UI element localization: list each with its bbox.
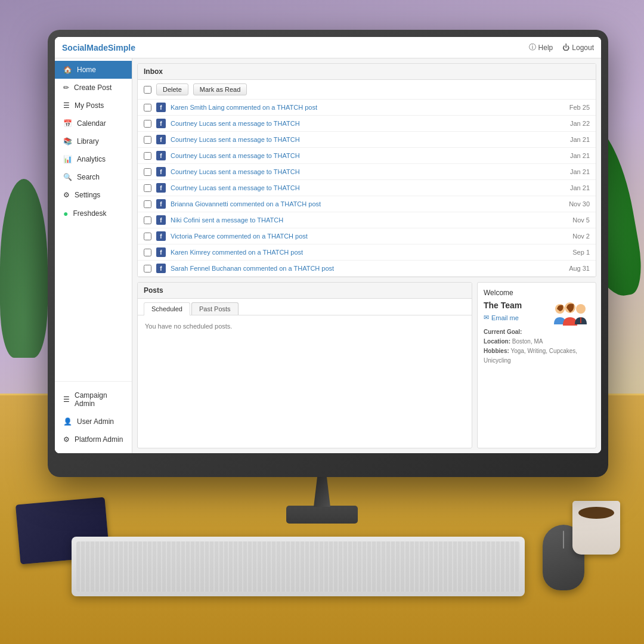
top-navigation: SocialMadeSimple ⓘ Help ⏻ Logout bbox=[55, 37, 601, 58]
sidebar-item-analytics[interactable]: 📊 Analytics bbox=[55, 150, 132, 168]
posts-header: Posts bbox=[138, 283, 472, 299]
inbox-message-date: Nov 2 bbox=[572, 233, 590, 240]
sidebar-item-library[interactable]: 📚 Library bbox=[55, 132, 132, 150]
inbox-row-checkbox[interactable] bbox=[144, 104, 151, 112]
inbox-row-checkbox[interactable] bbox=[144, 120, 151, 128]
inbox-message-link[interactable]: Karen Smith Laing commented on a THATCH … bbox=[171, 104, 565, 111]
sidebar-item-home-label: Home bbox=[77, 66, 96, 74]
plant-left bbox=[0, 179, 48, 358]
help-icon: ⓘ bbox=[529, 42, 536, 52]
inbox-message-link[interactable]: Brianna Giovannetti commented on a THATC… bbox=[171, 200, 564, 208]
sidebar-item-calendar[interactable]: 📅 Calendar bbox=[55, 114, 132, 132]
facebook-icon: f bbox=[156, 183, 166, 193]
help-link[interactable]: ⓘ Help bbox=[529, 42, 553, 52]
sidebar-item-freshdesk-label: Freshdesk bbox=[73, 209, 106, 218]
inbox-row: fKaren Smith Laing commented on a THATCH… bbox=[138, 100, 596, 116]
sidebar-item-my-posts[interactable]: ☰ My Posts bbox=[55, 97, 132, 114]
list-icon: ☰ bbox=[63, 101, 70, 110]
tab-past-posts[interactable]: Past Posts bbox=[191, 302, 239, 315]
monitor-stand bbox=[286, 477, 358, 525]
sidebar-item-user-admin-label: User Admin bbox=[77, 417, 114, 426]
sidebar-item-create-post-label: Create Post bbox=[74, 83, 112, 92]
email-me-link[interactable]: ✉ Email me bbox=[484, 314, 547, 321]
inbox-row: fKaren Kimrey commented on a THATCH post… bbox=[138, 244, 596, 261]
inbox-row-checkbox[interactable] bbox=[144, 265, 151, 273]
email-icon: ✉ bbox=[484, 314, 489, 321]
facebook-icon: f bbox=[156, 247, 166, 257]
inbox-message-link[interactable]: Courtney Lucas sent a message to THATCH bbox=[171, 120, 565, 127]
welcome-title: Welcome bbox=[484, 289, 590, 297]
inbox-row-checkbox[interactable] bbox=[144, 152, 151, 160]
team-avatar-image bbox=[551, 301, 590, 336]
inbox-row-checkbox[interactable] bbox=[144, 249, 151, 256]
sidebar-item-campaign-admin-label: Campaign Admin bbox=[75, 391, 123, 408]
help-label: Help bbox=[538, 44, 553, 52]
bottom-section: Posts Scheduled Past Posts bbox=[137, 282, 596, 448]
posts-content: You have no scheduled posts. bbox=[138, 315, 472, 337]
inbox-message-link[interactable]: Courtney Lucas sent a message to THATCH bbox=[171, 184, 565, 191]
app-container: SocialMadeSimple ⓘ Help ⏻ Logout bbox=[55, 37, 601, 453]
sidebar-item-calendar-label: Calendar bbox=[77, 119, 106, 128]
current-goal-label: Current Goal: bbox=[484, 329, 522, 335]
sidebar-item-search[interactable]: 🔍 Search bbox=[55, 168, 132, 186]
sidebar-item-home[interactable]: 🏠 Home bbox=[55, 61, 132, 79]
search-icon: 🔍 bbox=[63, 173, 72, 181]
inbox-row-checkbox[interactable] bbox=[144, 184, 151, 192]
tab-past-posts-label: Past Posts bbox=[199, 305, 231, 312]
sidebar-bottom: ☰ Campaign Admin 👤 User Admin ⚙ Platform… bbox=[55, 381, 132, 453]
facebook-icon: f bbox=[156, 151, 166, 160]
coffee-cup bbox=[572, 501, 620, 555]
sidebar-item-analytics-label: Analytics bbox=[77, 155, 106, 163]
inbox-message-link[interactable]: Sarah Fennel Buchanan commented on a THA… bbox=[171, 265, 564, 272]
inbox-message-link[interactable]: Niki Cofini sent a message to THATCH bbox=[171, 216, 568, 224]
inbox-message-link[interactable]: Courtney Lucas sent a message to THATCH bbox=[171, 136, 565, 143]
inbox-message-date: Feb 25 bbox=[569, 104, 590, 111]
inbox-row-checkbox[interactable] bbox=[144, 200, 151, 208]
inbox-message-link[interactable]: Karen Kimrey commented on a THATCH post bbox=[171, 249, 568, 256]
inbox-message-date: Jan 22 bbox=[570, 120, 590, 127]
inbox-row-checkbox[interactable] bbox=[144, 216, 151, 224]
inbox-row-checkbox[interactable] bbox=[144, 168, 151, 176]
inbox-toolbar: Delete Mark as Read bbox=[138, 80, 596, 100]
monitor-bezel: SocialMadeSimple ⓘ Help ⏻ Logout bbox=[48, 30, 608, 477]
location-label: Location: bbox=[484, 338, 510, 345]
select-all-checkbox[interactable] bbox=[144, 86, 151, 94]
facebook-icon: f bbox=[156, 231, 166, 241]
sidebar-item-settings[interactable]: ⚙ Settings bbox=[55, 186, 132, 204]
delete-button[interactable]: Delete bbox=[156, 83, 188, 95]
svg-point-2 bbox=[576, 304, 586, 314]
tab-scheduled-label: Scheduled bbox=[151, 305, 182, 312]
posts-section: Posts Scheduled Past Posts bbox=[137, 282, 472, 448]
keyboard bbox=[72, 537, 525, 596]
logout-link[interactable]: ⏻ Logout bbox=[562, 44, 594, 52]
logout-icon: ⏻ bbox=[562, 44, 569, 52]
inbox-list: fKaren Smith Laing commented on a THATCH… bbox=[138, 100, 596, 277]
facebook-icon: f bbox=[156, 103, 166, 112]
sidebar: 🏠 Home ✏ Create Post ☰ My Posts 📅 bbox=[55, 58, 132, 453]
inbox-row: fSarah Fennel Buchanan commented on a TH… bbox=[138, 261, 596, 277]
sidebar-item-campaign-admin[interactable]: ☰ Campaign Admin bbox=[55, 386, 132, 413]
inbox-message-link[interactable]: Victoria Pearce commented on a THATCH po… bbox=[171, 233, 568, 240]
facebook-icon: f bbox=[156, 167, 166, 177]
calendar-icon: 📅 bbox=[63, 119, 72, 128]
tab-scheduled[interactable]: Scheduled bbox=[144, 302, 190, 315]
inbox-row-checkbox[interactable] bbox=[144, 233, 151, 240]
mark-as-read-button[interactable]: Mark as Read bbox=[193, 83, 247, 95]
inbox-row: fNiki Cofini sent a message to THATCHNov… bbox=[138, 212, 596, 228]
sidebar-item-library-label: Library bbox=[77, 137, 99, 145]
sidebar-spacer bbox=[55, 223, 132, 381]
inbox-message-date: Nov 30 bbox=[569, 200, 590, 208]
inbox-message-date: Jan 21 bbox=[570, 184, 590, 191]
inbox-message-link[interactable]: Courtney Lucas sent a message to THATCH bbox=[171, 152, 565, 159]
sidebar-item-user-admin[interactable]: 👤 User Admin bbox=[55, 413, 132, 431]
welcome-section: Welcome bbox=[477, 282, 596, 448]
inbox-row-checkbox[interactable] bbox=[144, 136, 151, 144]
location-value: Boston, MA bbox=[512, 338, 543, 345]
inbox-section: Inbox Delete Mark as Read fKaren Smith L… bbox=[137, 63, 596, 277]
brand-name2: Simple bbox=[108, 43, 135, 52]
posts-empty-message: You have no scheduled posts. bbox=[145, 323, 232, 330]
sidebar-item-platform-admin[interactable]: ⚙ Platform Admin bbox=[55, 431, 132, 448]
sidebar-item-freshdesk[interactable]: ● Freshdesk bbox=[55, 204, 132, 223]
inbox-message-link[interactable]: Courtney Lucas sent a message to THATCH bbox=[171, 168, 565, 175]
sidebar-item-create-post[interactable]: ✏ Create Post bbox=[55, 79, 132, 97]
